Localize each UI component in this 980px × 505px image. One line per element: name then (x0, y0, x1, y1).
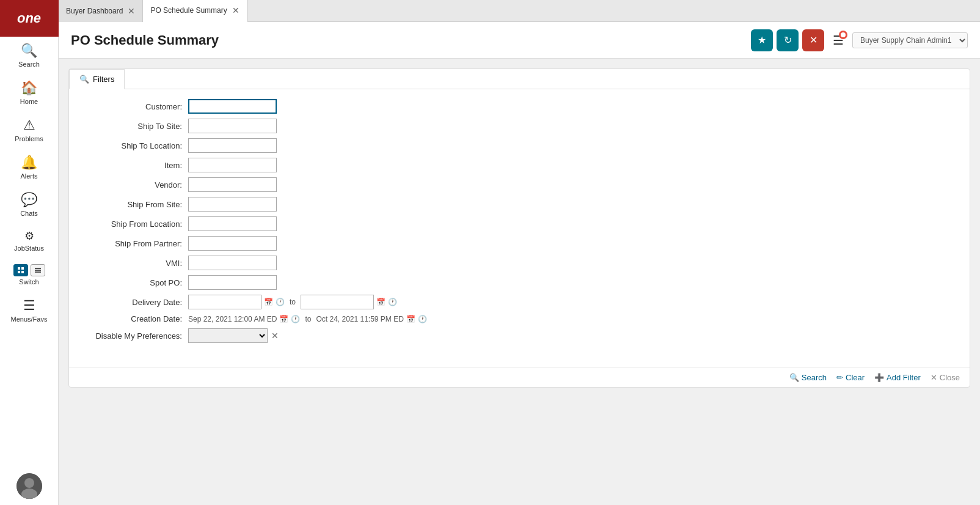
ship-from-partner-row: Ship From Partner: (81, 236, 957, 251)
delivery-calendar-icon-from[interactable]: 📅 (264, 298, 273, 306)
ship-to-site-input[interactable] (188, 119, 277, 133)
customer-input[interactable] (188, 99, 277, 114)
sidebar-item-search[interactable]: 🔍 Search (0, 37, 58, 74)
ship-to-location-input[interactable] (188, 138, 277, 153)
close-filter-button-label: Close (940, 373, 960, 382)
delivery-calendar-icon-to[interactable]: 📅 (376, 298, 386, 306)
page-title: PO Schedule Summary (71, 32, 751, 48)
disable-prefs-control: ✕ (188, 328, 279, 343)
sidebar-item-label-search: Search (18, 61, 40, 68)
clear-button-label: Clear (846, 373, 865, 382)
refresh-icon: ↻ (784, 34, 792, 46)
creation-clock-icon-from[interactable]: 🕐 (291, 315, 300, 323)
sidebar-item-problems[interactable]: ⚠ Problems (0, 111, 58, 149)
customer-row: Customer: (81, 99, 957, 114)
creation-date-from-text: Sep 22, 2021 12:00 AM ED (188, 315, 277, 323)
sidebar-item-label-menusfavs: Menus/Favs (11, 315, 48, 323)
favorite-button[interactable]: ★ (751, 29, 773, 51)
user-selector[interactable]: Buyer Supply Chain Admin1 (852, 32, 968, 48)
sidebar-item-label-home: Home (20, 98, 38, 105)
page-header: PO Schedule Summary ★ ↻ ✕ ☰ Buyer Supply… (59, 22, 980, 59)
main-area: Buyer Dashboard ✕ PO Schedule Summary ✕ … (59, 0, 980, 505)
ship-from-site-row: Ship From Site: (81, 197, 957, 212)
tab-po-schedule-summary[interactable]: PO Schedule Summary ✕ (143, 0, 247, 22)
add-filter-button[interactable]: ➕ Add Filter (874, 373, 921, 382)
search-button[interactable]: 🔍 Search (789, 373, 827, 382)
item-row: Item: (81, 158, 957, 172)
spot-po-input[interactable] (188, 275, 277, 290)
vendor-row: Vendor: (81, 177, 957, 192)
add-filter-icon: ➕ (874, 373, 884, 382)
delivery-clock-icon-to[interactable]: 🕐 (388, 298, 397, 306)
search-action-icon: 🔍 (789, 373, 799, 382)
app-logo[interactable]: one (0, 0, 59, 37)
sidebar: one 🔍 Search 🏠 Home ⚠ Problems 🔔 Alerts … (0, 0, 59, 505)
svg-rect-2 (18, 271, 20, 273)
delivery-date-range: 📅 🕐 to 📅 🕐 (188, 295, 397, 309)
tab-buyer-dashboard[interactable]: Buyer Dashboard ✕ (59, 0, 143, 22)
clear-button[interactable]: ✏ Clear (836, 373, 865, 382)
creation-date-range: Sep 22, 2021 12:00 AM ED 📅 🕐 to Oct 24, … (188, 315, 427, 323)
delivery-date-to-label: to (290, 298, 296, 306)
close-page-button[interactable]: ✕ (802, 29, 824, 51)
sidebar-item-jobstatus[interactable]: ⚙ JobStatus (0, 223, 58, 258)
add-filter-button-label: Add Filter (887, 373, 921, 382)
delivery-date-to-input[interactable] (301, 295, 374, 309)
menu-icon: ☰ (23, 298, 35, 314)
close-icon: ✕ (810, 34, 817, 46)
search-icon: 🔍 (21, 43, 37, 59)
switch-icon-right (31, 264, 45, 276)
item-input[interactable] (188, 158, 277, 172)
menu-button[interactable]: ☰ (828, 33, 849, 48)
sidebar-item-menusfavs[interactable]: ☰ Menus/Favs (0, 292, 58, 329)
vmi-input[interactable] (188, 256, 277, 270)
refresh-button[interactable]: ↻ (777, 29, 799, 51)
avatar[interactable] (16, 473, 42, 499)
filter-body: Customer: Ship To Site: Ship To Location… (69, 89, 970, 363)
switch-icons (13, 264, 45, 276)
creation-clock-icon-to[interactable]: 🕐 (418, 315, 427, 323)
vendor-label: Vendor: (81, 180, 188, 190)
sidebar-item-label-switch: Switch (19, 278, 38, 286)
disable-prefs-select[interactable] (188, 328, 268, 343)
disable-prefs-clear-button[interactable]: ✕ (271, 331, 279, 341)
ship-from-partner-label: Ship From Partner: (81, 239, 188, 248)
ship-from-partner-input[interactable] (188, 236, 277, 251)
ship-from-location-input[interactable] (188, 216, 277, 231)
filters-tab-label: Filters (93, 75, 114, 84)
svg-point-8 (24, 478, 34, 488)
svg-rect-5 (35, 270, 41, 271)
chat-icon: 💬 (21, 192, 37, 208)
ship-from-site-input[interactable] (188, 197, 277, 212)
sidebar-item-alerts[interactable]: 🔔 Alerts (0, 149, 58, 186)
ship-to-site-label: Ship To Site: (81, 122, 188, 131)
filter-actions: 🔍 Search ✏ Clear ➕ Add Filter ✕ Close (69, 367, 970, 387)
svg-rect-6 (35, 271, 41, 273)
delivery-date-from-input[interactable] (188, 295, 261, 309)
creation-calendar-icon-from[interactable]: 📅 (279, 315, 288, 323)
sidebar-item-switch[interactable]: Switch (0, 258, 58, 292)
creation-date-label: Creation Date: (81, 314, 188, 323)
svg-rect-0 (18, 267, 20, 270)
sidebar-item-chats[interactable]: 💬 Chats (0, 186, 58, 223)
clear-icon: ✏ (836, 373, 843, 382)
close-filter-button[interactable]: ✕ Close (931, 373, 960, 382)
page-content: 🔍 Filters Customer: Ship To Site: Ship (59, 59, 980, 505)
search-button-label: Search (802, 373, 827, 382)
filter-tab-bar: 🔍 Filters (69, 69, 970, 89)
creation-date-row: Creation Date: Sep 22, 2021 12:00 AM ED … (81, 314, 957, 323)
tab-close-po-schedule-summary[interactable]: ✕ (232, 6, 240, 15)
sidebar-item-home[interactable]: 🏠 Home (0, 74, 58, 111)
delivery-clock-icon-from[interactable]: 🕐 (276, 298, 285, 306)
notification-badge (839, 31, 847, 39)
ship-from-location-label: Ship From Location: (81, 219, 188, 229)
vendor-input[interactable] (188, 177, 277, 192)
spot-po-row: Spot PO: (81, 275, 957, 290)
tab-close-buyer-dashboard[interactable]: ✕ (128, 7, 135, 15)
star-icon: ★ (758, 34, 766, 46)
creation-calendar-icon-to[interactable]: 📅 (406, 315, 415, 323)
logo-text: one (17, 10, 41, 26)
filters-tab[interactable]: 🔍 Filters (69, 69, 125, 89)
tab-label-po-schedule-summary: PO Schedule Summary (150, 6, 227, 15)
disable-prefs-row: Disable My Preferences: ✕ (81, 328, 957, 343)
